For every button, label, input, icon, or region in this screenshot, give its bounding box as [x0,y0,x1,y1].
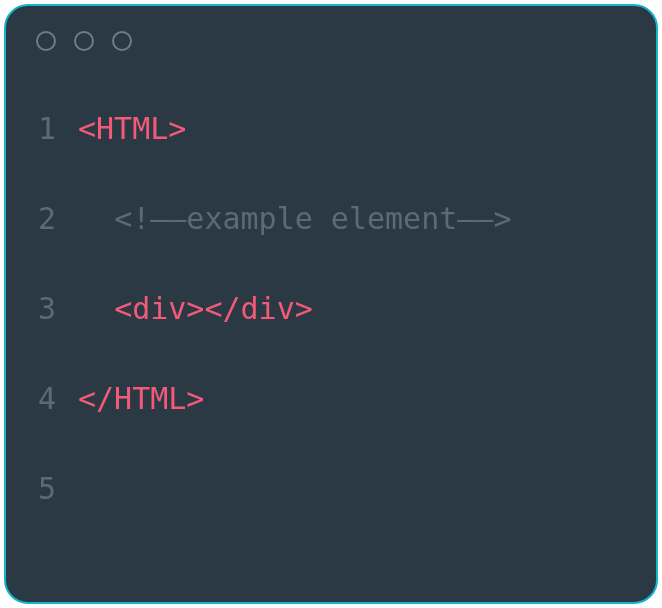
window-dot-1[interactable] [36,31,56,51]
line-number: 3 [26,294,78,324]
code-window: 1 <HTML> 2 <!——example element——> 3 <div… [4,4,658,604]
code-content: <div></div> [78,294,313,324]
code-line: 1 <HTML> [26,84,636,174]
window-dot-2[interactable] [74,31,94,51]
code-content: </HTML> [78,384,204,414]
code-line: 3 <div></div> [26,264,636,354]
code-content: <HTML> [78,114,186,144]
code-content: <!——example element——> [78,204,511,234]
code-line: 5 [26,444,636,534]
window-dot-3[interactable] [112,31,132,51]
line-number: 5 [26,474,78,504]
titlebar [6,6,656,76]
line-number: 4 [26,384,78,414]
code-editor[interactable]: 1 <HTML> 2 <!——example element——> 3 <div… [6,76,656,602]
code-line: 2 <!——example element——> [26,174,636,264]
line-number: 2 [26,204,78,234]
code-line: 4 </HTML> [26,354,636,444]
line-number: 1 [26,114,78,144]
